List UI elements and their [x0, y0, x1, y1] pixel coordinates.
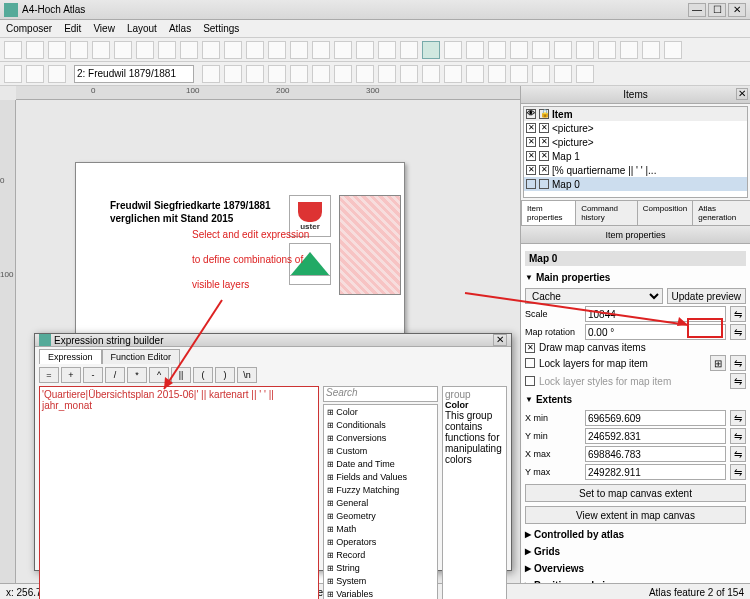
zoom-in-icon[interactable] — [290, 41, 308, 59]
move-content-icon[interactable] — [444, 41, 462, 59]
atlas-export-icon[interactable] — [246, 65, 264, 83]
export-pdf-icon[interactable] — [202, 41, 220, 59]
zoom-actual-icon[interactable] — [334, 41, 352, 59]
add-map-icon[interactable] — [488, 41, 506, 59]
tree-item[interactable]: Record — [325, 549, 436, 562]
new-icon[interactable] — [26, 41, 44, 59]
dup-icon[interactable] — [48, 41, 66, 59]
edit-nodes-icon[interactable] — [466, 41, 484, 59]
tree-item[interactable]: Fuzzy Matching — [325, 484, 436, 497]
open-icon[interactable] — [92, 41, 110, 59]
export-image-icon[interactable] — [158, 41, 176, 59]
tab-composition[interactable]: Composition — [637, 200, 693, 225]
update-preview-button[interactable]: Update preview — [667, 288, 746, 304]
tree-item[interactable]: Custom — [325, 445, 436, 458]
tab-command-history[interactable]: Command history — [575, 200, 638, 225]
overviews-section[interactable]: Overviews — [525, 560, 746, 577]
refresh-icon[interactable] — [356, 41, 374, 59]
logo-uster[interactable]: uster — [289, 195, 331, 237]
lock-icon[interactable] — [334, 65, 352, 83]
add-html-icon[interactable] — [664, 41, 682, 59]
dialog-close-icon[interactable]: ✕ — [493, 334, 507, 346]
minimize-button[interactable]: — — [688, 3, 706, 17]
tree-item[interactable]: String — [325, 562, 436, 575]
extents-section[interactable]: Extents — [525, 391, 746, 408]
tree-item[interactable]: General — [325, 497, 436, 510]
op-minus[interactable]: - — [83, 367, 103, 383]
lower-icon[interactable] — [400, 65, 418, 83]
atlas-preview-icon[interactable] — [4, 65, 22, 83]
ymin-input[interactable] — [585, 428, 726, 444]
tree-item[interactable]: Math — [325, 523, 436, 536]
function-tree[interactable]: Color Conditionals Conversions Custom Da… — [323, 404, 438, 599]
tree-item[interactable]: Operators — [325, 536, 436, 549]
zoom-out-icon[interactable] — [312, 41, 330, 59]
zoom-tool-icon[interactable] — [400, 41, 418, 59]
function-search-input[interactable]: Search — [323, 386, 438, 402]
rotation-input[interactable] — [585, 324, 726, 340]
lock-layers-checkbox[interactable] — [525, 358, 535, 368]
set-extent-button[interactable]: Set to map canvas extent — [525, 484, 746, 502]
scale-override-button[interactable]: ⇋ — [730, 306, 746, 322]
maximize-button[interactable]: ☐ — [708, 3, 726, 17]
close-button[interactable]: ✕ — [728, 3, 746, 17]
add-table-icon[interactable] — [642, 41, 660, 59]
tree-item[interactable]: Conversions — [325, 432, 436, 445]
items-list[interactable]: 👁🔒Item ✕✕<picture> ✕✕<picture> ✕✕Map 1 ✕… — [523, 106, 748, 198]
to-back-icon[interactable] — [444, 65, 462, 83]
op-rparen[interactable]: ) — [215, 367, 235, 383]
ymax-input[interactable] — [585, 464, 726, 480]
save-template-icon[interactable] — [114, 41, 132, 59]
tree-item[interactable]: Fields and Values — [325, 471, 436, 484]
to-front-icon[interactable] — [422, 65, 440, 83]
tree-item[interactable]: Conditionals — [325, 419, 436, 432]
layer-override-button[interactable]: ⇋ — [730, 355, 746, 371]
tab-function-editor[interactable]: Function Editor — [102, 349, 181, 364]
raise-icon[interactable] — [378, 65, 396, 83]
op-mul[interactable]: * — [127, 367, 147, 383]
cache-select[interactable]: Cache — [525, 288, 663, 304]
menu-atlas[interactable]: Atlas — [169, 23, 191, 34]
tree-item[interactable]: Color — [325, 406, 436, 419]
xmax-input[interactable] — [585, 446, 726, 462]
logo-tree[interactable] — [289, 243, 331, 285]
menu-layout[interactable]: Layout — [127, 23, 157, 34]
tree-item[interactable]: Variables — [325, 588, 436, 599]
layer-set-button[interactable]: ⊞ — [710, 355, 726, 371]
styles-override-button[interactable]: ⇋ — [730, 373, 746, 389]
ymax-override-button[interactable]: ⇋ — [730, 464, 746, 480]
add-image-icon[interactable] — [510, 41, 528, 59]
atlas-last-icon[interactable] — [224, 65, 242, 83]
menu-settings[interactable]: Settings — [203, 23, 239, 34]
add-arrow-icon[interactable] — [620, 41, 638, 59]
controlled-section[interactable]: Controlled by atlas — [525, 526, 746, 543]
undo-icon[interactable] — [224, 41, 242, 59]
position-section[interactable]: Position and size — [525, 577, 746, 583]
op-concat[interactable]: || — [171, 367, 191, 383]
expression-editor[interactable]: 'Quartiere|Übersichtsplan 2015-06|' || k… — [39, 386, 319, 599]
add-label-icon[interactable] — [532, 41, 550, 59]
main-props-section[interactable]: Main properties — [525, 269, 746, 286]
op-lparen[interactable]: ( — [193, 367, 213, 383]
page-title-text[interactable]: Freudwil Siegfriedkarte 1879/1881 vergli… — [110, 199, 290, 225]
overview-map[interactable] — [339, 195, 401, 295]
atlas-prev-icon[interactable] — [48, 65, 66, 83]
pan-icon[interactable] — [378, 41, 396, 59]
atlas-feature-combo[interactable]: 2: Freudwil 1879/1881 — [74, 65, 194, 83]
manager-icon[interactable] — [70, 41, 88, 59]
align-top-icon[interactable] — [532, 65, 550, 83]
atlas-first-icon[interactable] — [26, 65, 44, 83]
menu-composer[interactable]: Composer — [6, 23, 52, 34]
menu-edit[interactable]: Edit — [64, 23, 81, 34]
op-newline[interactable]: \n — [237, 367, 257, 383]
grids-section[interactable]: Grids — [525, 543, 746, 560]
tree-item[interactable]: Geometry — [325, 510, 436, 523]
align-bottom-icon[interactable] — [576, 65, 594, 83]
add-scalebar-icon[interactable] — [576, 41, 594, 59]
align-right-icon[interactable] — [510, 65, 528, 83]
view-extent-button[interactable]: View extent in map canvas — [525, 506, 746, 524]
tab-item-properties[interactable]: Item properties — [521, 200, 576, 225]
add-shape-icon[interactable] — [598, 41, 616, 59]
xmax-override-button[interactable]: ⇋ — [730, 446, 746, 462]
close-panel-icon[interactable]: ✕ — [736, 88, 748, 100]
